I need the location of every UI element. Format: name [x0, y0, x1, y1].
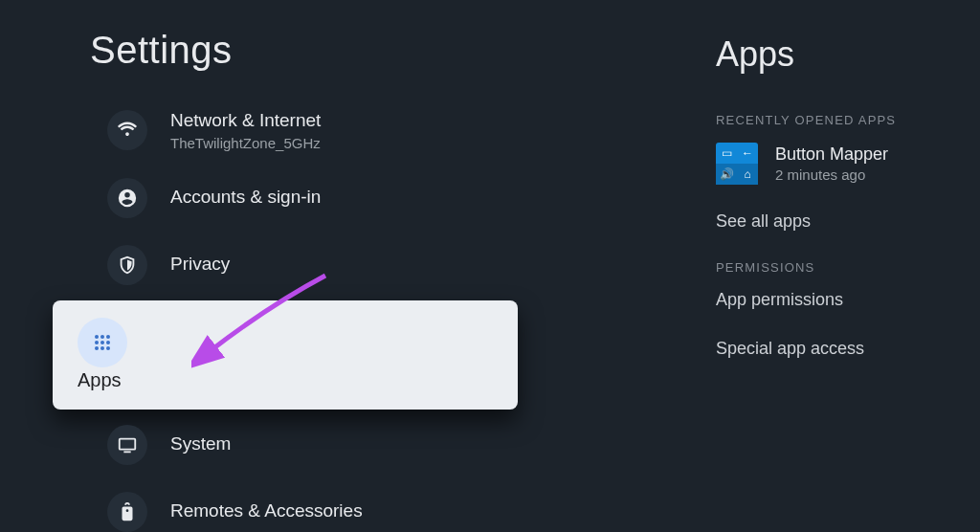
shield-icon — [107, 245, 147, 285]
recent-app-item[interactable]: ▭ ← 🔊 ⌂ Button Mapper 2 minutes ago — [716, 143, 980, 185]
account-icon — [107, 178, 147, 218]
remote-icon — [107, 492, 147, 532]
settings-item-privacy[interactable]: Privacy — [0, 232, 612, 299]
svg-point-7 — [100, 346, 104, 350]
svg-point-1 — [100, 335, 104, 339]
settings-item-system[interactable]: System — [0, 411, 612, 478]
settings-left-panel: Settings Network & Internet TheTwilightZ… — [0, 0, 612, 532]
settings-list: Network & Internet TheTwilightZone_5GHz … — [0, 96, 612, 532]
svg-point-0 — [95, 335, 99, 339]
app-permissions-item[interactable]: App permissions — [716, 290, 980, 310]
svg-point-5 — [106, 341, 110, 344]
page-title: Settings — [90, 29, 612, 72]
settings-item-label: Accounts & sign-in — [170, 186, 321, 210]
apps-icon — [78, 318, 127, 367]
recent-apps-header: RECENTLY OPENED APPS — [716, 113, 980, 127]
settings-item-sublabel: TheTwilightZone_5GHz — [170, 135, 321, 151]
special-app-access-item[interactable]: Special app access — [716, 339, 980, 359]
monitor-icon — [107, 425, 147, 465]
svg-point-8 — [106, 346, 110, 350]
settings-item-accounts[interactable]: Accounts & sign-in — [0, 165, 612, 232]
settings-item-label: Remotes & Accessories — [170, 499, 363, 523]
settings-item-label: System — [170, 432, 231, 456]
settings-item-label: Privacy — [170, 253, 230, 277]
button-mapper-app-icon: ▭ ← 🔊 ⌂ — [716, 143, 758, 185]
settings-item-label: Apps — [78, 367, 518, 392]
svg-point-6 — [95, 346, 99, 350]
wifi-icon — [107, 110, 147, 150]
see-all-apps[interactable]: See all apps — [716, 211, 980, 232]
svg-point-4 — [100, 341, 104, 344]
recent-app-time: 2 minutes ago — [775, 166, 888, 183]
apps-right-panel: Apps RECENTLY OPENED APPS ▭ ← 🔊 ⌂ Button… — [670, 0, 980, 532]
svg-point-2 — [106, 335, 110, 339]
settings-item-apps[interactable]: Apps — [53, 300, 518, 410]
permissions-header: PERMISSIONS — [716, 260, 980, 275]
settings-item-label: Network & Internet — [170, 109, 321, 133]
settings-item-remotes[interactable]: Remotes & Accessories — [0, 478, 612, 532]
svg-rect-9 — [120, 438, 136, 449]
right-panel-title: Apps — [716, 34, 980, 75]
recent-app-name: Button Mapper — [775, 144, 888, 165]
settings-item-network[interactable]: Network & Internet TheTwilightZone_5GHz — [0, 96, 612, 165]
svg-point-3 — [95, 341, 99, 344]
